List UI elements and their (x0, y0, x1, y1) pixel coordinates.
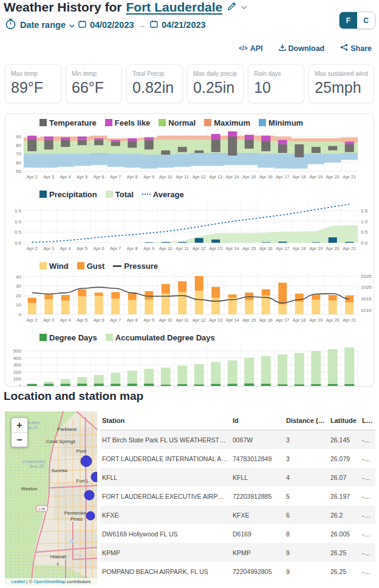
openstreetmap-link[interactable]: OpenStreetMap (33, 579, 66, 584)
calendar-icon (78, 20, 86, 30)
svg-text:Apr 14: Apr 14 (226, 317, 239, 323)
end-date[interactable]: 04/21/2023 (162, 20, 206, 30)
stat-label: Max sustained wind (315, 70, 368, 77)
table-cell: -80.11 (360, 549, 375, 556)
zoom-out-button[interactable]: − (12, 433, 27, 447)
unit-fahrenheit-button[interactable]: F (340, 12, 357, 29)
temperature-chart-block: TemperatureFeels likeNormalMaximumMinimu… (5, 118, 374, 186)
table-cell: 3 (284, 455, 329, 462)
legend-item[interactable]: Pressure (113, 262, 158, 271)
map-area-label: Area 2B (29, 464, 44, 468)
station-table: Station Id Distance (mi) Latitude Longit… (100, 411, 375, 581)
legend-item[interactable]: Degree Days (39, 333, 97, 342)
legend-item[interactable]: Accumulated Degree Days (106, 333, 215, 342)
legend-marker-icon (106, 334, 113, 341)
svg-text:Apr 3: Apr 3 (43, 317, 54, 323)
svg-text:Apr 11: Apr 11 (176, 174, 189, 180)
table-row: DW6169 Hollywood FL USD6169826.005-80.15… (100, 524, 375, 543)
table-cell: 72203912885 (231, 493, 284, 500)
stats-row: Max temp 89°F Min temp 66°F Total Precip… (5, 64, 374, 103)
history-clock-icon (5, 18, 16, 32)
precipitation-chart[interactable]: 0.00.51.01.50.00.51.01.5Apr 2Apr 3Apr 4A… (5, 199, 372, 252)
location-chevron-down-icon[interactable] (241, 4, 247, 11)
svg-text:0.5: 0.5 (15, 229, 22, 235)
degree-days-chart[interactable]: 0100200300400500Apr 2Apr 3Apr 4Apr 5Apr … (5, 342, 372, 387)
api-button[interactable]: </> API (239, 44, 262, 53)
svg-text:10: 10 (16, 302, 21, 308)
station-map[interactable]: I-75ConservationArea 2AConservationArea … (5, 411, 97, 586)
stat-value: 0.82in (132, 79, 177, 96)
map-zoom-control: + − (11, 417, 28, 447)
map-attribution: Leaflet | © OpenStreetMap contributors (5, 578, 97, 586)
table-cell: FORT LAUDERDALE EXECUTIVE AIRPORT, FL US (100, 493, 231, 500)
legend-item[interactable]: Feels like (105, 118, 151, 127)
legend-item[interactable]: Total (106, 190, 134, 199)
legend-item[interactable]: Precipitation (39, 190, 97, 199)
table-cell: 26.25 (329, 549, 360, 556)
leaflet-link[interactable]: Leaflet (12, 579, 26, 584)
legend-item[interactable]: Minimum (259, 118, 303, 127)
legend-marker-icon (106, 191, 113, 198)
stat-label: Total Precip (132, 70, 177, 77)
share-label: Share (350, 44, 372, 53)
stat-card-max-daily-precip: Max daily precip 0.25in (187, 64, 244, 103)
svg-text:300: 300 (13, 362, 22, 368)
legend-item[interactable]: Gust (77, 262, 105, 271)
wind-chart[interactable]: 0102030401010101510201025Apr 2Apr 3Apr 4… (5, 271, 372, 324)
stat-value: 25mph (315, 79, 368, 96)
table-cell: 9 (284, 568, 329, 575)
unit-toggle[interactable]: F C (339, 12, 375, 29)
table-row: KFLLKFLL426.07-80.15 (100, 468, 375, 487)
svg-text:Apr 2: Apr 2 (27, 246, 38, 251)
legend-item[interactable]: Average (142, 190, 184, 199)
stat-label: Max temp (11, 70, 55, 77)
precipitation-chart-block: PrecipitationTotalAverage 0.00.51.01.50.… (5, 189, 374, 257)
map-city-label: Sunrise (51, 468, 68, 473)
location-link[interactable]: Fort Lauderdale (126, 0, 223, 15)
stat-value: 0.25in (193, 79, 237, 96)
svg-text:Apr 14: Apr 14 (226, 246, 239, 251)
col-header-station: Station (100, 417, 231, 424)
edit-location-icon[interactable] (227, 1, 237, 14)
svg-text:Apr 8: Apr 8 (127, 174, 138, 180)
map-city-label: Coral Springs (46, 439, 75, 444)
date-range-chevron-down-icon[interactable] (69, 20, 75, 30)
download-button[interactable]: Download (279, 44, 325, 53)
table-row: FORT LAUDERDALE INTERNATIONAL AIRPORT, F… (100, 449, 375, 468)
download-label: Download (289, 44, 325, 53)
svg-text:Apr 18: Apr 18 (293, 174, 306, 180)
wind-legend: WindGustPressure (39, 261, 374, 271)
legend-item[interactable]: Maximum (204, 118, 250, 127)
svg-text:1.0: 1.0 (15, 219, 22, 225)
svg-text:400: 400 (13, 356, 22, 361)
col-header-distance: Distance (mi) (284, 417, 329, 424)
highway-shield: I-75 (36, 505, 47, 512)
stat-label: Rain days (254, 70, 298, 77)
start-date[interactable]: 04/02/2023 (90, 20, 134, 30)
svg-text:Apr 21: Apr 21 (343, 246, 356, 251)
station-marker[interactable] (81, 456, 92, 467)
unit-celsius-button[interactable]: C (357, 12, 375, 29)
temperature-chart[interactable]: 5060708090Apr 2Apr 3Apr 4Apr 5Apr 6Apr 7… (5, 127, 372, 181)
temperature-legend: TemperatureFeels likeNormalMaximumMinimu… (39, 118, 374, 127)
stat-label: Max daily precip (193, 70, 237, 77)
svg-text:60: 60 (16, 160, 21, 166)
table-row: KPMPKPMP926.25-80.11 (100, 543, 375, 562)
share-button[interactable]: Share (340, 44, 372, 53)
table-cell: -80.162 (360, 455, 375, 462)
svg-text:Apr 20: Apr 20 (326, 174, 340, 180)
zoom-in-button[interactable]: + (12, 418, 27, 432)
download-icon (279, 44, 286, 53)
table-cell: KFXE (100, 512, 231, 519)
station-marker[interactable] (84, 490, 94, 500)
legend-label: Feels like (115, 118, 151, 127)
legend-item[interactable]: Wind (39, 262, 69, 271)
station-marker[interactable] (86, 512, 95, 520)
svg-text:1020: 1020 (361, 285, 372, 290)
svg-text:Apr 13: Apr 13 (209, 317, 222, 323)
date-range-label[interactable]: Date range (20, 20, 66, 30)
legend-item[interactable]: Temperature (39, 118, 97, 127)
svg-text:Apr 5: Apr 5 (77, 246, 87, 251)
stat-card-total-precip: Total Precip 0.82in (126, 64, 183, 103)
legend-item[interactable]: Normal (159, 118, 196, 127)
